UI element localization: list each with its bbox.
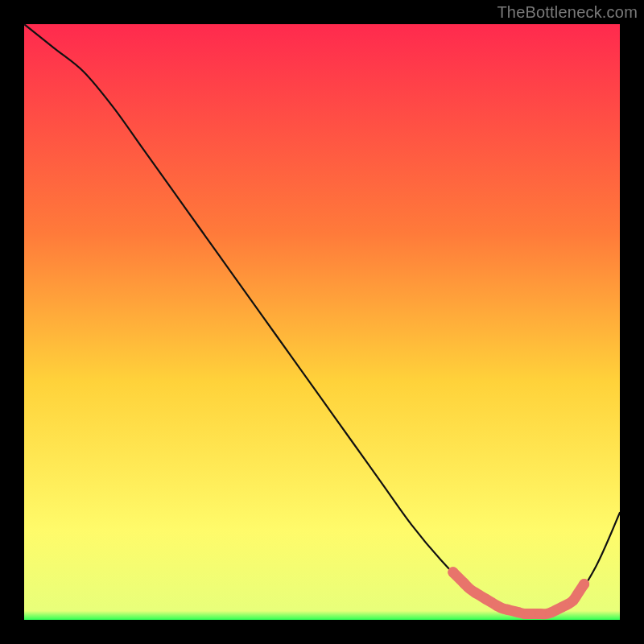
highlight-dot xyxy=(524,609,535,619)
highlight-dot xyxy=(568,595,579,605)
highlight-dot xyxy=(448,567,458,577)
highlight-dot xyxy=(557,601,568,612)
highlight-dot xyxy=(502,605,513,615)
highlight-dot xyxy=(546,607,556,617)
highlight-dot xyxy=(469,587,480,597)
watermark-text: TheBottleneck.com xyxy=(497,3,638,22)
highlight-dot xyxy=(481,594,491,605)
highlight-dot xyxy=(514,607,524,617)
highlight-dot xyxy=(459,578,469,588)
bottleneck-chart xyxy=(24,24,620,620)
gradient-background xyxy=(24,24,620,620)
highlight-dot xyxy=(535,609,546,619)
highlight-dot xyxy=(579,579,589,589)
highlight-dot xyxy=(492,601,502,611)
chart-canvas: TheBottleneck.com xyxy=(0,0,644,644)
